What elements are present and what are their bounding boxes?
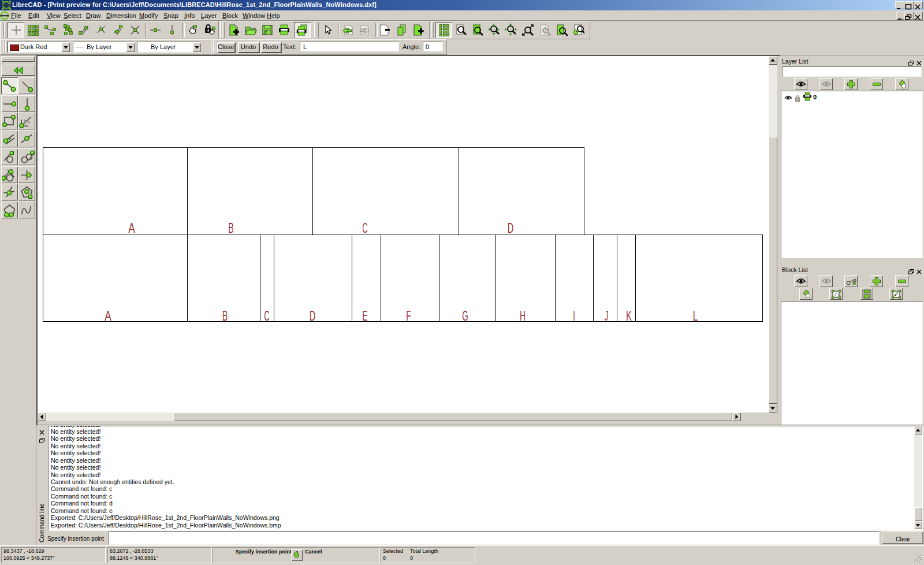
svg-text:C: C — [264, 308, 270, 324]
svg-text:A: A — [105, 308, 111, 324]
svg-text:E: E — [363, 308, 368, 324]
svg-text:H: H — [520, 308, 526, 324]
svg-text:A: A — [128, 220, 135, 236]
svg-text:C: C — [362, 220, 368, 236]
svg-text:G: G — [462, 308, 468, 324]
svg-text:L: L — [693, 308, 698, 324]
svg-text:K: K — [626, 308, 632, 324]
svg-text:F: F — [406, 308, 411, 324]
svg-text:D: D — [310, 308, 316, 324]
svg-text:D: D — [508, 220, 514, 236]
svg-text:I: I — [573, 308, 575, 324]
svg-text:B: B — [228, 220, 234, 236]
svg-text:J: J — [605, 308, 609, 324]
svg-text:B: B — [222, 308, 228, 324]
